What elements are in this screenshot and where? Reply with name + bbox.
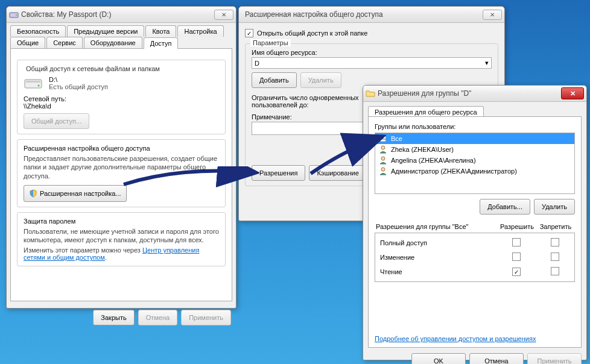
adv-btn-label: Расширенная настройка... xyxy=(40,190,121,197)
sharename-value: D xyxy=(255,60,259,67)
deny-checkbox[interactable] xyxy=(551,253,559,261)
chevron-down-icon: ▾ xyxy=(485,59,489,67)
tab-hardware[interactable]: Оборудование xyxy=(84,37,142,48)
permissions-window: Разрешения для группы "D" ✕ Разрешения д… xyxy=(363,85,587,360)
learn-more-link[interactable]: Подробнее об управлении доступом и разре… xyxy=(375,335,536,342)
share-status: Есть общий доступ xyxy=(49,83,108,90)
user-row[interactable]: Angelina (ZHEKA\Ангелина) xyxy=(375,155,574,166)
allow-checkbox[interactable] xyxy=(512,253,521,261)
user-name: Zheka (ZHEKA\User) xyxy=(391,146,454,153)
protect-heading: Защита паролем xyxy=(24,218,219,225)
window-title: Расширенная настройка общего доступа xyxy=(241,10,483,19)
drive-large-icon xyxy=(24,76,43,90)
advanced-share-group: Расширенная настройка общего доступа Пре… xyxy=(17,139,226,207)
folder-icon xyxy=(366,89,375,98)
advanced-settings-button[interactable]: Расширенная настройка... xyxy=(24,185,127,202)
tabs-row1: Безопасность Предыдущие версии Квота Нас… xyxy=(7,23,236,37)
window-title: Свойства: My Passport (D:) xyxy=(21,10,214,19)
allow-checkbox[interactable] xyxy=(512,238,521,246)
svg-point-10 xyxy=(381,168,385,171)
perm-row-full: Полный доступ xyxy=(375,236,574,250)
user-icon xyxy=(379,156,387,165)
tab-previous-versions[interactable]: Предыдущие версии xyxy=(67,25,144,37)
allow-checkbox[interactable]: ✓ xyxy=(512,268,521,276)
tab-panel: Группы или пользователи: Все Zheka (ZHEK… xyxy=(368,116,582,348)
tab-security[interactable]: Безопасность xyxy=(10,25,66,37)
svg-point-1 xyxy=(16,14,17,16)
window-title: Разрешения для группы "D" xyxy=(378,89,561,98)
user-icon xyxy=(379,145,387,154)
user-name: Все xyxy=(391,135,402,142)
network-share-group: Общий доступ к сетевым файлам и папкам D… xyxy=(17,60,226,134)
share-heading: Общий доступ к сетевым файлам и папкам xyxy=(24,65,219,72)
adv-heading: Расширенная настройка общего доступа xyxy=(24,145,219,152)
close-dialog-button[interactable]: Закрыть xyxy=(93,310,134,325)
dialog-buttons: OK Отмена Применить xyxy=(363,348,586,364)
drive-icon xyxy=(9,10,19,19)
tab-sharing[interactable]: Доступ xyxy=(144,37,179,49)
tab-general[interactable]: Общие xyxy=(10,37,45,48)
permissions-button[interactable]: Разрешения xyxy=(252,165,305,181)
deny-checkbox[interactable] xyxy=(551,238,559,246)
groups-label: Группы или пользователи: xyxy=(375,123,575,130)
add-user-button[interactable]: Добавить... xyxy=(480,199,530,215)
sharename-dropdown[interactable]: D ▾ xyxy=(252,57,492,69)
shield-icon xyxy=(29,189,37,198)
tab-customize[interactable]: Настройка xyxy=(177,25,223,37)
ok-button[interactable]: OK xyxy=(411,353,466,364)
svg-point-4 xyxy=(38,85,40,87)
user-row[interactable]: Администратор (ZHEKA\Администратор) xyxy=(375,166,574,177)
svg-rect-3 xyxy=(26,81,40,83)
group-icon xyxy=(379,134,387,143)
user-icon xyxy=(379,167,387,175)
remove-user-button[interactable]: Удалить xyxy=(534,199,575,215)
protect-desc: Пользователи, не имеющие учетной записи … xyxy=(24,227,219,245)
svg-point-9 xyxy=(381,157,385,160)
titlebar[interactable]: Свойства: My Passport (D:) ✕ xyxy=(7,7,236,23)
permissions-table: Разрешения для группы "Все" Разрешить За… xyxy=(375,221,575,233)
adv-desc: Предоставляет пользовательские разрешени… xyxy=(24,154,219,180)
share-button[interactable]: Общий доступ... xyxy=(24,113,89,129)
titlebar[interactable]: Расширенная настройка общего доступа ✕ xyxy=(239,7,504,23)
user-row[interactable]: Zheka (ZHEKA\User) xyxy=(375,144,574,155)
drive-path: D:\ xyxy=(49,76,108,83)
user-row-all[interactable]: Все xyxy=(375,133,574,144)
netpath-label: Сетевой путь: xyxy=(24,95,219,102)
dialog-buttons: Закрыть Отмена Применить xyxy=(7,305,236,330)
remove-button[interactable]: Удалить xyxy=(300,72,341,88)
close-button[interactable]: ✕ xyxy=(483,10,502,20)
col-allow: Разрешить xyxy=(498,221,536,233)
titlebar[interactable]: Разрешения для группы "D" ✕ xyxy=(363,86,586,102)
svg-point-8 xyxy=(381,146,385,149)
perms-for-label: Разрешения для группы "Все" xyxy=(375,221,498,233)
apply-button[interactable]: Применить xyxy=(527,353,582,364)
caching-button[interactable]: Кэширование xyxy=(309,165,366,181)
tabs-row2: Общие Сервис Оборудование Доступ xyxy=(7,37,236,48)
sharename-label: Имя общего ресурса: xyxy=(252,49,492,56)
perm-name: Изменение xyxy=(375,250,497,265)
open-share-label: Открыть общий доступ к этой папке xyxy=(257,30,367,37)
password-protect-group: Защита паролем Пользователи, не имеющие … xyxy=(17,212,226,267)
cancel-button[interactable]: Отмена xyxy=(469,353,524,364)
cancel-button[interactable]: Отмена xyxy=(138,310,177,325)
close-button[interactable]: ✕ xyxy=(214,10,233,20)
perm-row-change: Изменение xyxy=(375,250,574,265)
open-share-checkbox[interactable]: ✓ xyxy=(245,29,253,37)
tab-quota[interactable]: Квота xyxy=(145,25,176,37)
perm-name: Полный доступ xyxy=(375,236,497,250)
netpath-value: \\Zheka\d xyxy=(24,102,219,110)
open-share-checkbox-row[interactable]: ✓ Открыть общий доступ к этой папке xyxy=(245,29,498,37)
properties-window: Свойства: My Passport (D:) ✕ Безопасност… xyxy=(6,6,236,309)
perm-name: Чтение xyxy=(375,265,497,279)
add-button[interactable]: Добавить xyxy=(252,72,297,88)
col-deny: Запретить xyxy=(536,221,575,233)
users-list[interactable]: Все Zheka (ZHEKA\User) Angelina (ZHEKA\А… xyxy=(375,133,575,194)
svg-point-6 xyxy=(382,136,386,139)
tab-body: Общий доступ к сетевым файлам и папкам D… xyxy=(10,48,232,301)
protect-desc2: Изменить этот параметр можно через xyxy=(24,246,142,254)
deny-checkbox[interactable] xyxy=(551,267,559,275)
apply-button[interactable]: Применить xyxy=(181,310,231,325)
close-button[interactable]: ✕ xyxy=(561,87,584,99)
tab-service[interactable]: Сервис xyxy=(46,37,83,48)
params-legend: Параметры xyxy=(250,39,291,46)
